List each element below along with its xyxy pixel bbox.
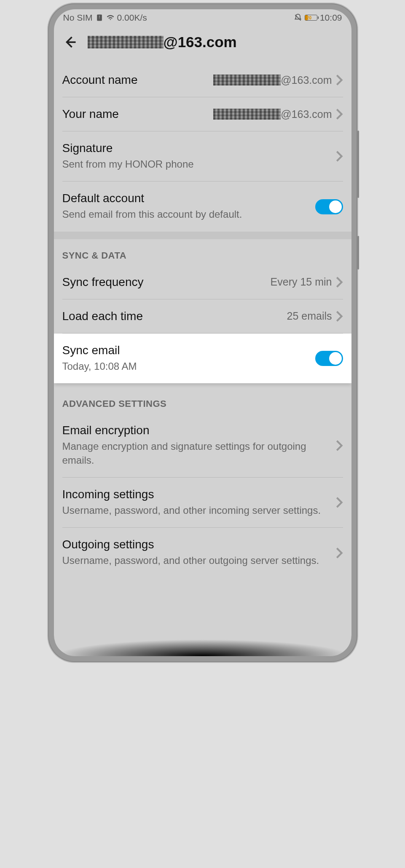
- header: @163.com: [54, 26, 351, 63]
- account-name-value: @163.com: [213, 74, 332, 86]
- load-each-time-value: 25 emails: [287, 310, 332, 322]
- sim-icon: !: [95, 13, 104, 22]
- battery-icon: 20: [305, 15, 317, 21]
- chevron-right-icon: [335, 497, 343, 508]
- sync-frequency-label: Sync frequency: [62, 275, 271, 289]
- sync-email-label: Sync email: [62, 344, 315, 357]
- your-name-row[interactable]: Your name @163.com: [62, 97, 343, 131]
- account-name-row[interactable]: Account name @163.com: [62, 63, 343, 97]
- outgoing-settings-row[interactable]: Outgoing settings Username, password, an…: [62, 528, 343, 577]
- signature-value: Sent from my HONOR phone: [62, 158, 335, 171]
- load-each-time-row[interactable]: Load each time 25 emails: [62, 299, 343, 334]
- spacer: [54, 383, 351, 387]
- sync-email-time: Today, 10:08 AM: [62, 360, 315, 373]
- account-name-label: Account name: [62, 73, 214, 87]
- chevron-right-icon: [335, 108, 343, 120]
- sync-email-highlight: Sync email Today, 10:08 AM: [54, 334, 351, 383]
- your-name-label: Your name: [62, 107, 214, 121]
- signature-label: Signature: [62, 142, 335, 155]
- signature-row[interactable]: Signature Sent from my HONOR phone: [62, 131, 343, 182]
- default-account-toggle[interactable]: [315, 199, 343, 214]
- incoming-settings-row[interactable]: Incoming settings Username, password, an…: [62, 478, 343, 528]
- chevron-right-icon: [335, 150, 343, 162]
- sync-frequency-row[interactable]: Sync frequency Every 15 min: [62, 265, 343, 299]
- outgoing-settings-sub: Username, password, and other outgoing s…: [62, 554, 335, 567]
- chevron-right-icon: [335, 276, 343, 288]
- sync-email-row: Sync email Today, 10:08 AM: [62, 334, 343, 383]
- email-encryption-label: Email encryption: [62, 424, 335, 437]
- wifi-icon: [106, 13, 115, 22]
- mute-icon: [294, 13, 302, 22]
- email-encryption-sub: Manage encryption and signature settings…: [62, 440, 335, 467]
- your-name-value: @163.com: [213, 108, 332, 120]
- clock: 10:09: [320, 13, 342, 23]
- sync-section-title: SYNC & DATA: [54, 239, 351, 265]
- load-each-time-label: Load each time: [62, 310, 287, 323]
- chevron-right-icon: [335, 440, 343, 451]
- default-account-row: Default account Send email from this acc…: [62, 182, 343, 231]
- chevron-right-icon: [335, 310, 343, 322]
- chevron-right-icon: [335, 547, 343, 559]
- redacted-text: [88, 36, 164, 48]
- section-divider: [54, 232, 351, 239]
- sim-status: No SIM: [63, 13, 93, 23]
- default-account-sub: Send email from this account by default.: [62, 208, 315, 221]
- chevron-right-icon: [335, 74, 343, 86]
- incoming-settings-sub: Username, password, and other incoming s…: [62, 504, 335, 517]
- advanced-section-title: ADVANCED SETTINGS: [54, 387, 351, 414]
- sync-email-toggle[interactable]: [315, 351, 343, 366]
- sync-frequency-value: Every 15 min: [271, 276, 332, 288]
- back-icon[interactable]: [62, 35, 78, 50]
- svg-text:!: !: [99, 15, 100, 20]
- email-encryption-row[interactable]: Email encryption Manage encryption and s…: [62, 414, 343, 478]
- incoming-settings-label: Incoming settings: [62, 488, 335, 501]
- data-speed: 0.00K/s: [117, 13, 147, 23]
- outgoing-settings-label: Outgoing settings: [62, 538, 335, 551]
- default-account-label: Default account: [62, 192, 315, 205]
- page-title: @163.com: [88, 34, 237, 51]
- status-bar: No SIM ! 0.00K/s 20 10:09: [54, 9, 351, 26]
